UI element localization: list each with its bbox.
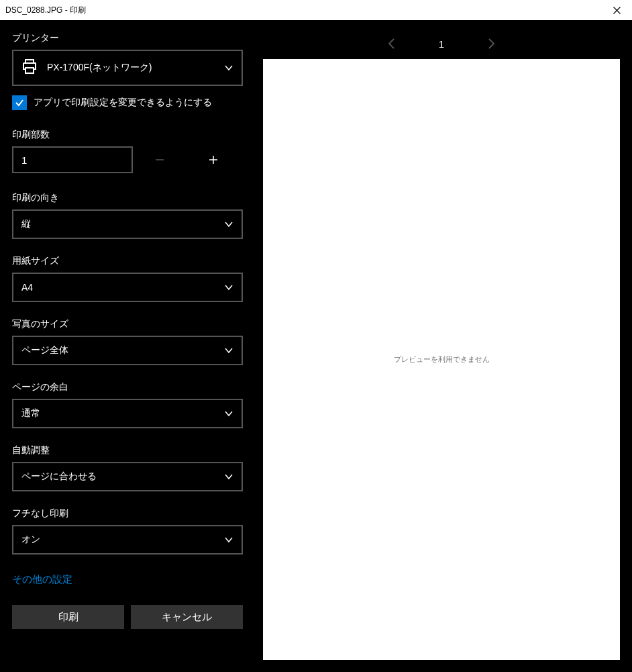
copies-decrement-button[interactable]	[133, 146, 187, 173]
more-settings-link[interactable]: その他の設定	[12, 573, 243, 586]
chevron-down-icon	[224, 535, 233, 544]
preview-pager: 1	[263, 28, 620, 59]
paper-size-dropdown[interactable]: A4	[12, 273, 243, 302]
orientation-dropdown[interactable]: 縦	[12, 209, 243, 239]
photo-size-value: ページ全体	[21, 344, 224, 356]
copies-label: 印刷部数	[12, 129, 243, 141]
margins-value: 通常	[21, 407, 224, 420]
orientation-value: 縦	[21, 218, 224, 230]
printer-dropdown[interactable]: PX-1700F(ネットワーク)	[12, 50, 243, 86]
print-button[interactable]: 印刷	[12, 605, 124, 629]
titlebar: DSC_0288.JPG - 印刷	[0, 0, 632, 20]
borderless-dropdown[interactable]: オン	[12, 525, 243, 555]
copies-input[interactable]	[12, 146, 133, 173]
preview-area: プレビューを利用できません	[263, 59, 620, 660]
printer-label: プリンター	[12, 32, 243, 44]
chevron-down-icon	[224, 283, 233, 292]
checkbox-checked-icon	[12, 95, 27, 110]
chevron-down-icon	[224, 220, 233, 229]
page-number: 1	[439, 38, 444, 50]
chevron-down-icon	[224, 409, 233, 418]
printer-selected-text: PX-1700F(ネットワーク)	[47, 62, 224, 74]
preview-unavailable-text: プレビューを利用できません	[394, 354, 490, 365]
fit-label: 自動調整	[12, 444, 243, 457]
page-prev-button[interactable]	[385, 37, 399, 50]
orientation-label: 印刷の向き	[12, 192, 243, 204]
chevron-down-icon	[224, 472, 233, 481]
margins-label: ページの余白	[12, 381, 243, 393]
borderless-value: オン	[21, 534, 224, 546]
fit-value: ページに合わせる	[21, 471, 224, 483]
chevron-down-icon	[224, 63, 233, 73]
paper-size-label: 用紙サイズ	[12, 255, 243, 267]
photo-size-label: 写真のサイズ	[12, 318, 243, 330]
settings-panel: プリンター PX-1700F(ネットワーク) アプリで印刷設	[0, 20, 255, 672]
photo-size-dropdown[interactable]: ページ全体	[12, 336, 243, 365]
paper-size-value: A4	[21, 282, 224, 293]
chevron-down-icon	[224, 346, 233, 355]
borderless-label: フチなし印刷	[12, 508, 243, 520]
fit-dropdown[interactable]: ページに合わせる	[12, 462, 243, 491]
preview-panel: 1 プレビューを利用できません	[255, 20, 632, 672]
printer-icon	[21, 59, 38, 77]
close-button[interactable]	[601, 0, 632, 20]
page-next-button[interactable]	[484, 37, 498, 50]
app-settings-checkbox-row[interactable]: アプリで印刷設定を変更できるようにする	[12, 95, 243, 110]
cancel-button[interactable]: キャンセル	[131, 605, 243, 629]
svg-rect-1	[25, 68, 34, 73]
copies-increment-button[interactable]	[187, 146, 240, 173]
content: プリンター PX-1700F(ネットワーク) アプリで印刷設	[0, 20, 632, 672]
window-title: DSC_0288.JPG - 印刷	[5, 5, 86, 16]
app-settings-checkbox-label: アプリで印刷設定を変更できるようにする	[34, 97, 212, 109]
margins-dropdown[interactable]: 通常	[12, 399, 243, 428]
